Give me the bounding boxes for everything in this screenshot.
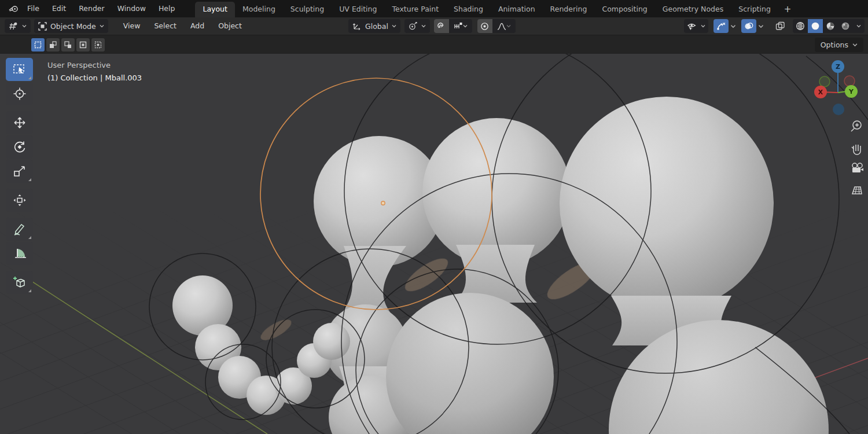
- options-dropdown[interactable]: Options: [815, 38, 863, 52]
- wireframe-shading-button[interactable]: [793, 19, 808, 33]
- menu-object[interactable]: Object: [211, 17, 249, 35]
- tab-animation[interactable]: Animation: [491, 2, 543, 17]
- tab-uv-editing[interactable]: UV Editing: [332, 2, 384, 17]
- 3d-viewport[interactable]: Z X Y User Perspective (: [0, 54, 868, 434]
- orientation-label: Global: [365, 22, 388, 31]
- topbar: File Edit Render Window Help Layout Mode…: [0, 0, 868, 17]
- material-shading-icon: [826, 21, 835, 31]
- select-intersect-icon: [94, 41, 102, 49]
- shading-options-button[interactable]: [853, 19, 865, 33]
- snap-with-button[interactable]: [449, 19, 472, 33]
- axis-y-ball[interactable]: Y: [845, 85, 858, 98]
- chevron-down-icon: [701, 24, 705, 28]
- select-invert-button[interactable]: [76, 38, 90, 52]
- pivot-point-icon: [409, 21, 418, 31]
- transform-orientation-selector[interactable]: Global: [348, 19, 400, 33]
- tool-add-cube[interactable]: [6, 271, 33, 294]
- material-shading-button[interactable]: [823, 19, 838, 33]
- tab-scripting[interactable]: Scripting: [731, 2, 778, 17]
- menu-file[interactable]: File: [21, 0, 46, 17]
- overlays-icon: [744, 22, 753, 31]
- axis-neg-x-ball[interactable]: [844, 76, 855, 86]
- viewport-header: Object Mode View Select Add Object Globa…: [0, 17, 868, 35]
- axis-neg-z-ball[interactable]: [833, 104, 844, 115]
- tool-rotate[interactable]: [6, 135, 33, 159]
- tab-layout[interactable]: Layout: [195, 2, 235, 17]
- object-mode-icon: [38, 22, 47, 31]
- transform-icon: [12, 193, 27, 207]
- xray-icon: [775, 21, 785, 31]
- xray-toggle[interactable]: [773, 19, 788, 33]
- menu-edit[interactable]: Edit: [46, 0, 72, 17]
- axis-z-ball[interactable]: Z: [832, 60, 844, 73]
- blender-logo-icon[interactable]: [6, 5, 21, 13]
- axis-neg-y-ball[interactable]: [819, 76, 830, 87]
- rendered-shading-button[interactable]: [838, 19, 853, 33]
- tool-cursor[interactable]: [6, 82, 33, 105]
- solid-shading-button[interactable]: [808, 19, 823, 33]
- snap-with-icon: [454, 22, 463, 30]
- axis-x-ball[interactable]: X: [814, 86, 827, 98]
- chevron-down-icon: [22, 24, 27, 28]
- proportional-editing-group: [477, 19, 516, 33]
- chevron-down-icon: [852, 43, 858, 47]
- select-subtract-button[interactable]: [61, 38, 75, 52]
- shading-mode-group: [793, 19, 865, 33]
- chevron-down-icon: [100, 24, 104, 28]
- tab-texture-paint[interactable]: Texture Paint: [384, 2, 446, 17]
- menu-select[interactable]: Select: [147, 17, 183, 35]
- select-intersect-button[interactable]: [91, 38, 105, 52]
- tab-shading[interactable]: Shading: [446, 2, 491, 17]
- tool-select-box[interactable]: [6, 58, 33, 81]
- tool-transform[interactable]: [6, 189, 33, 212]
- chevron-down-icon[interactable]: [730, 24, 736, 28]
- snapping-group: [434, 19, 472, 33]
- mode-label: Object Mode: [50, 22, 96, 31]
- select-set-button[interactable]: [31, 38, 45, 52]
- select-extend-icon: [49, 41, 57, 49]
- gizmos-toggle[interactable]: [713, 19, 729, 33]
- overlays-toggle[interactable]: [741, 19, 756, 33]
- pivot-point-selector[interactable]: [404, 19, 430, 33]
- tool-scale[interactable]: [6, 160, 33, 183]
- proportional-editing-toggle[interactable]: [477, 19, 492, 33]
- add-workspace-button[interactable]: +: [778, 2, 797, 17]
- transform-orientation-icon: [352, 22, 362, 31]
- tab-geometry-nodes[interactable]: Geometry Nodes: [655, 2, 731, 17]
- menu-window[interactable]: Window: [111, 0, 152, 17]
- proportional-editing-icon: [480, 22, 489, 31]
- snap-toggle-button[interactable]: [434, 19, 449, 33]
- menu-view[interactable]: View: [116, 17, 148, 35]
- falloff-curve-button[interactable]: [492, 19, 516, 33]
- chevron-down-icon[interactable]: [758, 24, 764, 28]
- tool-move[interactable]: [6, 111, 33, 134]
- select-extend-button[interactable]: [46, 38, 60, 52]
- wireframe-shading-icon: [796, 21, 805, 31]
- rendered-shading-icon: [841, 21, 850, 31]
- tab-compositing[interactable]: Compositing: [594, 2, 654, 17]
- menu-help[interactable]: Help: [152, 0, 182, 17]
- tab-modeling[interactable]: Modeling: [235, 2, 283, 17]
- falloff-curve-icon: [497, 23, 506, 30]
- workspace-tabs: Layout Modeling Sculpting UV Editing Tex…: [195, 0, 797, 17]
- chevron-down-icon: [506, 24, 511, 28]
- svg-text:X: X: [818, 89, 823, 96]
- mode-selector[interactable]: Object Mode: [34, 19, 108, 33]
- show-object-types-button[interactable]: [684, 19, 708, 33]
- chevron-down-icon: [392, 24, 396, 28]
- tool-annotate[interactable]: [6, 218, 33, 241]
- menu-add[interactable]: Add: [183, 17, 211, 35]
- tool-measure[interactable]: [6, 242, 33, 265]
- tab-rendering[interactable]: Rendering: [543, 2, 595, 17]
- select-set-icon: [34, 41, 42, 49]
- chevron-down-icon: [856, 24, 861, 28]
- svg-text:Z: Z: [836, 63, 840, 71]
- menu-render[interactable]: Render: [72, 0, 111, 17]
- editor-type-button[interactable]: [5, 19, 31, 33]
- gizmos-icon: [716, 22, 726, 31]
- tab-sculpting[interactable]: Sculpting: [283, 2, 332, 17]
- solid-shading-icon: [811, 21, 820, 31]
- metaball-scene: Z X Y: [0, 54, 868, 434]
- chevron-down-icon: [421, 24, 426, 28]
- options-label: Options: [821, 41, 848, 49]
